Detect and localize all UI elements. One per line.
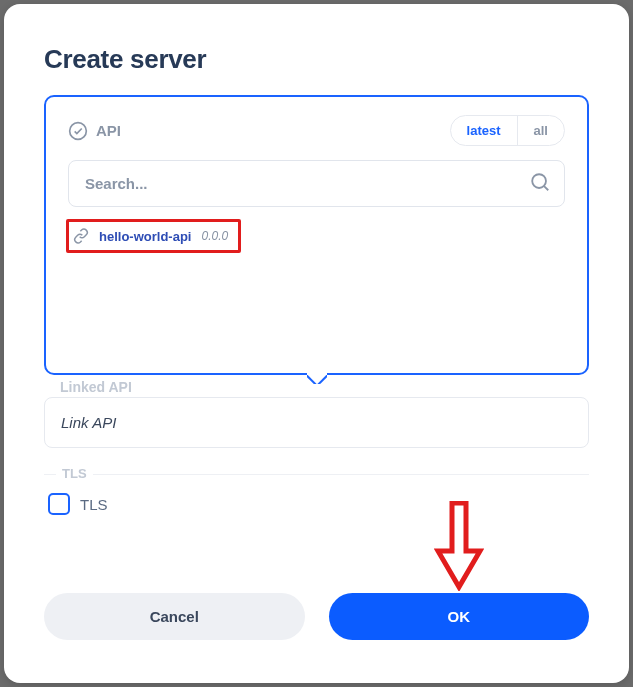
tls-checkbox[interactable]	[48, 493, 70, 515]
result-name: hello-world-api	[99, 229, 191, 244]
tls-legend: TLS	[56, 466, 93, 481]
button-row: Cancel OK	[44, 593, 589, 640]
filter-latest-button[interactable]: latest	[451, 116, 518, 145]
create-server-modal: Create server API latest all	[4, 4, 629, 683]
version-filter-toggle: latest all	[450, 115, 565, 146]
linked-api-input[interactable]: Link API	[44, 397, 589, 448]
dropdown-caret-icon	[307, 373, 327, 384]
api-dropdown-panel: API latest all hello	[44, 95, 589, 375]
api-label-text: API	[96, 122, 121, 139]
search-wrap	[68, 160, 565, 207]
cancel-button[interactable]: Cancel	[44, 593, 305, 640]
svg-point-0	[70, 122, 87, 139]
api-result-item[interactable]: hello-world-api 0.0.0	[66, 219, 241, 253]
ok-button[interactable]: OK	[329, 593, 590, 640]
search-input[interactable]	[68, 160, 565, 207]
linked-api-field: Linked API Link API	[44, 379, 589, 448]
link-icon	[73, 228, 89, 244]
filter-all-button[interactable]: all	[518, 116, 564, 145]
search-icon	[529, 171, 551, 197]
svg-point-1	[532, 174, 546, 188]
dropdown-header: API latest all	[68, 115, 565, 146]
result-version: 0.0.0	[201, 229, 228, 243]
tls-row: TLS	[44, 493, 589, 515]
tls-section: TLS TLS	[44, 474, 589, 515]
api-section-label: API	[68, 121, 121, 141]
tls-checkbox-label: TLS	[80, 496, 108, 513]
svg-line-2	[544, 186, 548, 190]
check-circle-icon	[68, 121, 88, 141]
page-title: Create server	[44, 44, 589, 75]
